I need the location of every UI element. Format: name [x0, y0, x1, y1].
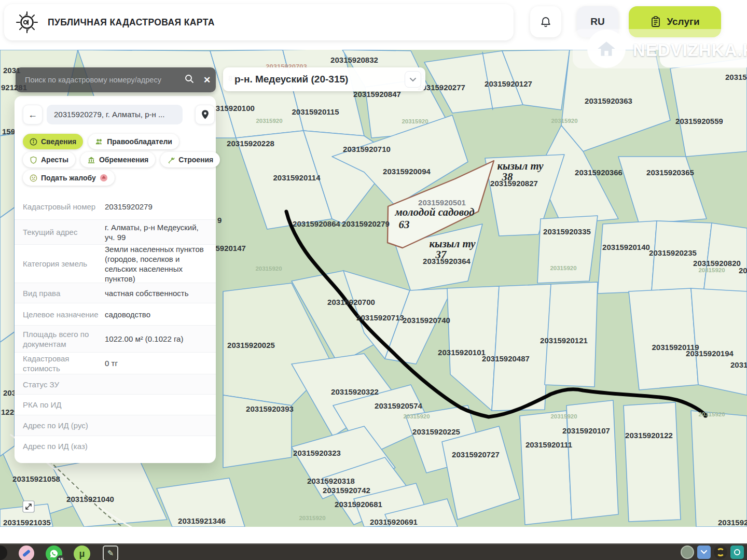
field-row: Кадастровая стоимость 0 тг — [15, 352, 216, 374]
field-label: Статус ЗУ — [23, 380, 105, 389]
field-label: РКА по ИД — [23, 400, 105, 410]
notes-app-icon[interactable]: ✎ — [103, 545, 118, 560]
field-label: Площадь всего по документам — [23, 329, 105, 349]
field-row: Целевое назначение садоводство — [15, 303, 216, 325]
search-bar: ✕ — [16, 67, 216, 92]
paint-app-icon[interactable] — [19, 545, 34, 560]
parcel-number-label: 20315920279 — [342, 219, 390, 228]
app-header: ПУБЛИЧНАЯ КАДАСТРОВАЯ КАРТА — [4, 4, 514, 40]
parcel-number-label: 203159 — [730, 360, 747, 369]
map-pin-icon — [201, 109, 210, 120]
parcel-number-label: 20315920115 — [292, 107, 339, 116]
parcel-number-label: 20315920820 — [693, 259, 741, 268]
tab-label: Аресты — [41, 156, 68, 164]
parcel-number-label: 20315920194 — [686, 349, 734, 358]
language-label: RU — [590, 16, 604, 27]
parcel-number-label: 20315920107 — [562, 426, 610, 435]
sync-icon[interactable] — [714, 545, 727, 559]
field-label: Кадастровый номер — [23, 202, 105, 212]
parcel-number-label: 20315920114 — [273, 173, 321, 182]
parcel-number-label: 20315920487 — [482, 354, 530, 363]
clipboard-icon — [650, 16, 661, 27]
field-label: Текущий адрес — [23, 227, 105, 237]
settlement-label: 63 — [399, 218, 410, 231]
tab-pravoobladateli[interactable]: Правообладатели — [88, 134, 179, 149]
field-row: Адрес по ИД (рус) — [15, 415, 216, 436]
field-value: частная собственность — [105, 288, 208, 298]
parcel-number-label: 20315920235 — [649, 248, 697, 257]
utorrent-icon[interactable]: µ — [74, 545, 90, 560]
parcel-number-label: 20315920 — [299, 515, 325, 521]
parcel-number-label: 20315920365 — [646, 168, 694, 177]
parcel-number-label: 20315920 — [725, 73, 747, 81]
chevron-down-icon[interactable] — [405, 71, 421, 88]
field-label: Кадастровая стоимость — [23, 354, 105, 373]
field-label: Категория земель — [23, 259, 105, 269]
tab-svedeniya[interactable]: Сведения — [23, 134, 83, 149]
site-watermark: NEDVIZHKA.KZ — [573, 29, 747, 68]
sad-face-icon — [30, 174, 37, 182]
pocket-icon[interactable] — [697, 545, 711, 559]
settlement-label: молодой садовод — [394, 206, 474, 218]
app-logo-icon — [16, 11, 38, 34]
district-select[interactable]: р-н. Медеуский (20-315) — [223, 67, 425, 91]
parcel-number-label: 20315920101 — [438, 348, 486, 357]
parcel-number-label: 20315920140 — [602, 243, 650, 251]
parcel-number-label: 20315920700 — [327, 298, 375, 306]
parcel-number-label: 20315920710 — [343, 145, 391, 153]
field-row: Категория земель Земли населенных пункто… — [15, 244, 216, 283]
parcel-number-label: 20315920318 — [307, 477, 355, 485]
field-row: Текущий адрес г. Алматы, р-н Медеуский, … — [15, 219, 216, 244]
tab-label: Строения — [178, 156, 213, 164]
parcel-number-label: 20315920 — [551, 118, 577, 124]
notifications-button[interactable] — [530, 6, 561, 37]
parcel-number-label: 20315920681 — [335, 500, 382, 509]
locate-button[interactable] — [195, 105, 215, 124]
page-title: ПУБЛИЧНАЯ КАДАСТРОВАЯ КАРТА — [48, 17, 215, 28]
map-resize-icon[interactable] — [23, 501, 34, 512]
parcel-number-label: 20315920 — [550, 413, 577, 419]
parcel-number-label: 20315920 — [255, 265, 282, 272]
field-label: Адрес по ИД (рус) — [23, 421, 105, 430]
selected-address-pill[interactable]: 20315920279, г. Алматы, р-н ... — [47, 105, 183, 124]
parcel-number-label: 20315920691 — [370, 517, 418, 526]
district-value: р-н. Медеуский (20-315) — [234, 74, 405, 85]
search-icon[interactable] — [181, 74, 198, 86]
parcel-number-label: 20315920559 — [675, 117, 723, 125]
parcel-number-label: 20315920225 — [412, 427, 460, 436]
parcel-number-label: 20315921040 — [66, 495, 114, 503]
tab-aresty[interactable]: Аресты — [23, 152, 75, 167]
parcel-number-label: 20315920827 — [490, 179, 538, 188]
parcel-number-label: 20315920727 — [452, 450, 500, 459]
parcel-number-label: 20315920364 — [423, 257, 471, 265]
tab-obremeneniya[interactable]: Обременения — [80, 152, 155, 167]
tab-label: Подать жалобу — [41, 174, 96, 182]
clear-search-icon[interactable]: ✕ — [198, 75, 216, 86]
back-button[interactable]: ← — [23, 105, 43, 124]
settlement-label: 37 — [435, 248, 448, 261]
whatsapp-icon[interactable]: 15 — [46, 545, 62, 560]
tab-stroeniya[interactable]: Строения — [160, 152, 220, 167]
field-value: садоводство — [105, 310, 208, 319]
field-label: Целевое назначение — [23, 310, 105, 319]
watermark-house-icon — [587, 30, 626, 68]
parcel-number-label: 20315920 — [698, 267, 725, 273]
taskbar-app-icon[interactable] — [0, 545, 7, 560]
camera-app-icon[interactable] — [730, 545, 744, 559]
bank-icon — [87, 156, 95, 164]
field-value: 1022.00 м² (0.1022 га) — [105, 334, 208, 344]
parcel-number-label: 20315920574 — [375, 401, 422, 410]
tab-podat-zhalobu[interactable]: Подать жалобу — [23, 170, 115, 186]
parcel-number-label: 20315920228 — [227, 139, 274, 148]
search-input[interactable] — [25, 76, 181, 84]
parcel-number-label: 20315920713 — [356, 313, 404, 322]
whatsapp-badge: 15 — [57, 555, 65, 560]
parcel-number-label: 20315920111 — [525, 440, 572, 449]
parcel-number-label: 20315920025 — [227, 341, 275, 349]
bell-icon — [540, 16, 552, 28]
tray-app-icon[interactable] — [681, 545, 694, 559]
alert-icon — [100, 174, 108, 182]
parcel-number-label: 20315921058 — [12, 474, 60, 483]
parcel-number-label: 20315920 — [256, 118, 282, 124]
parcel-info-panel: ← 20315920279, г. Алматы, р-н ... Сведен… — [15, 96, 216, 463]
